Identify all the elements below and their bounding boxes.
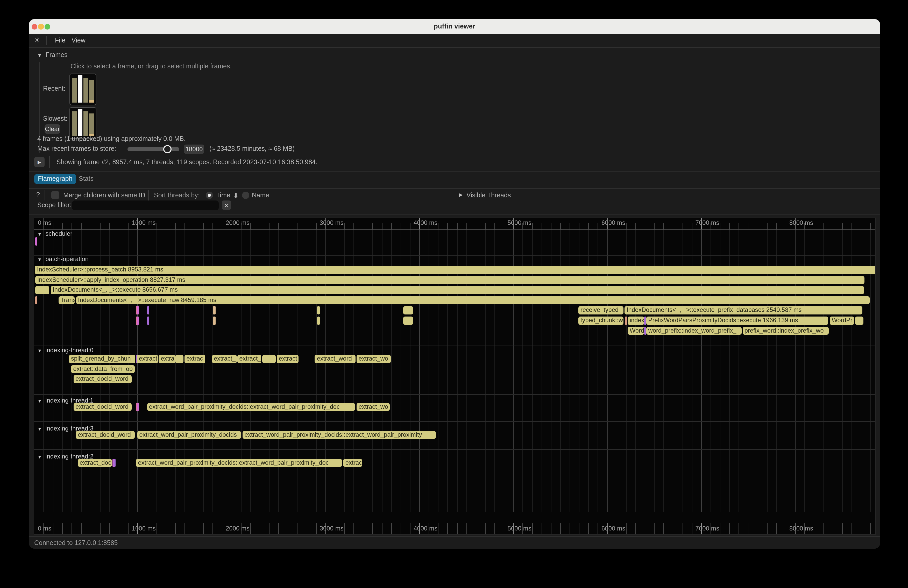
max-frames-value[interactable]: 18000 (184, 145, 204, 154)
flame-scope-bar[interactable]: extract (277, 355, 299, 363)
grid-tick (81, 523, 82, 535)
frame-bar-selected[interactable] (78, 109, 82, 136)
flame-scope-bar[interactable] (137, 316, 139, 325)
sort-time-label[interactable]: Time (216, 192, 230, 199)
sort-time-radio[interactable] (206, 191, 213, 199)
theme-icon[interactable]: ☀ (34, 34, 40, 47)
time-tick-label: 8000 ms (789, 525, 813, 532)
flame-scope-bar[interactable]: extract_word_pair_proximity_docids::extr… (147, 403, 355, 411)
flame-scope-bar[interactable] (317, 316, 320, 325)
flame-scope-bar[interactable]: extract_wo (357, 355, 391, 363)
flame-scope-bar[interactable]: split_grenad_by_chun (69, 355, 135, 363)
frame-bar-selected[interactable] (78, 75, 82, 103)
merge-checkbox[interactable] (51, 191, 59, 199)
flame-scope-bar[interactable]: extract::data_from_ob (71, 365, 135, 373)
play-button[interactable]: ▶ (34, 157, 45, 167)
flame-scope-bar[interactable] (114, 459, 116, 467)
flame-scope-bar[interactable]: extra (159, 355, 175, 363)
sort-name-radio[interactable] (242, 191, 249, 199)
menu-file[interactable]: File (55, 34, 65, 47)
flame-scope-bar[interactable] (35, 286, 49, 294)
flame-scope-bar[interactable]: extrac (184, 355, 205, 363)
slowest-frames-thumbnail[interactable] (69, 107, 97, 139)
flame-scope-bar[interactable]: IndexDocuments<_, _>::execute 8656.677 m… (50, 286, 864, 294)
frame-bar[interactable] (84, 78, 88, 103)
tab-flamegraph[interactable]: Flamegraph (34, 174, 76, 184)
flame-scope-bar[interactable]: Word (628, 327, 644, 335)
flame-scope-bar[interactable]: PrefixWordPairsProximityDocids::execute … (646, 316, 828, 325)
frame-bar[interactable] (89, 114, 94, 136)
flame-scope-bar[interactable]: IndexScheduler>::apply_index_operation 8… (35, 276, 865, 284)
flame-scope-bar[interactable] (262, 355, 275, 363)
max-frames-slider-knob[interactable] (163, 145, 172, 153)
flame-scope-bar[interactable]: extract (137, 355, 158, 363)
scope-filter-clear-button[interactable]: x (222, 201, 231, 210)
grid-tick (203, 223, 204, 229)
flame-scope-bar[interactable]: extract_docid_word (73, 403, 132, 411)
flame-scope-bar[interactable]: extract_word_pair_proximity_docids::extr… (243, 431, 436, 439)
flame-scope-bar[interactable] (175, 355, 184, 363)
frame-bar[interactable] (84, 111, 88, 136)
grid-tick (532, 523, 533, 535)
flame-scope-bar[interactable]: IndexScheduler>::process_batch 8953.821 … (35, 266, 876, 274)
tab-stats[interactable]: Stats (75, 174, 97, 184)
flame-scope-bar[interactable] (403, 307, 413, 315)
flame-scope-bar[interactable] (403, 316, 413, 325)
flame-scope-bar[interactable] (137, 403, 139, 411)
sort-direction-icon[interactable]: ⬇ (233, 192, 239, 199)
recent-frames-thumbnail[interactable] (69, 74, 97, 105)
flame-scope-bar[interactable] (35, 296, 37, 304)
flame-scope-bar[interactable] (625, 316, 627, 325)
flame-scope-bar[interactable]: receive_typed_ (578, 307, 623, 315)
flame-scope-bar[interactable]: extract_word (315, 355, 356, 363)
flame-scope-bar[interactable]: WordPr (830, 316, 854, 325)
frame-bar[interactable] (89, 80, 94, 103)
flame-scope-bar[interactable]: word_prefix::index_word_prefix_ (646, 327, 741, 335)
flame-scope-bar[interactable] (855, 316, 863, 325)
frame-bar[interactable] (72, 78, 77, 103)
flame-scope-bar[interactable]: extract_docid_word (76, 431, 135, 439)
flame-scope-bar[interactable]: Trans (58, 296, 75, 304)
flame-scope-bar[interactable] (137, 307, 139, 315)
grid-tick (748, 523, 749, 535)
flame-scope-bar[interactable] (644, 316, 646, 325)
flame-scope-bar[interactable] (147, 307, 150, 315)
grid-tick (344, 223, 345, 229)
flame-scope-bar[interactable]: index (628, 316, 644, 325)
merge-checkbox-label[interactable]: Merge children with same ID (63, 192, 145, 199)
sort-name-label[interactable]: Name (252, 192, 269, 199)
scope-filter-input[interactable] (72, 201, 219, 210)
thread-header[interactable]: ▼ indexing-thread:0 (37, 347, 93, 354)
visible-threads-header[interactable]: Visible Threads (467, 192, 511, 199)
visible-threads-collapse-icon[interactable]: ▶ (459, 192, 463, 198)
help-button[interactable]: ? (36, 191, 40, 198)
flame-scope-bar[interactable]: IndexDocuments<_, _>::execute_raw 8459.1… (76, 296, 869, 304)
flame-scope-bar[interactable]: prefix_word::index_prefix_wo (742, 327, 829, 335)
flame-scope-bar[interactable] (644, 327, 646, 335)
title-bar[interactable]: puffin viewer (29, 19, 880, 34)
flame-scope-bar[interactable]: typed_chunk::w (578, 316, 623, 325)
flame-scope-bar[interactable]: extract_ (237, 355, 261, 363)
flame-scope-bar[interactable]: extract_word_pair_proximity_docids (137, 431, 241, 439)
flame-scope-bar[interactable]: extract_ (212, 355, 237, 363)
flame-scope-bar[interactable] (213, 316, 216, 325)
frames-section-header[interactable]: ▼ Frames (37, 51, 68, 59)
flame-scope-bar[interactable] (35, 237, 37, 245)
thread-header[interactable]: ▼ batch-operation (37, 256, 89, 263)
flame-scope-bar[interactable]: IndexDocuments<_, _>::execute_prefix_dat… (625, 307, 862, 315)
flame-scope-bar[interactable] (147, 316, 150, 325)
thread-header[interactable]: ▼ scheduler (37, 231, 72, 237)
flame-scope-bar[interactable] (213, 307, 216, 315)
flame-scope-bar[interactable]: extract_docid_word (73, 375, 132, 383)
clear-button[interactable]: Clear (45, 124, 60, 134)
max-frames-slider[interactable] (127, 147, 179, 151)
flame-scope-bar[interactable]: extrac (343, 459, 362, 467)
flame-scope-bar[interactable]: extract_doc (77, 459, 112, 467)
frame-bar[interactable] (72, 111, 77, 136)
menu-view[interactable]: View (71, 34, 85, 47)
flamegraph-canvas[interactable]: 0 ms0 ms1000 ms1000 ms2000 ms2000 ms3000… (34, 218, 876, 535)
flame-scope-bar[interactable] (317, 307, 320, 315)
flame-scope-bar[interactable]: extract_word_pair_proximity_docids::extr… (136, 459, 342, 467)
grid-tick (842, 223, 842, 229)
flame-scope-bar[interactable]: extract_wo (357, 403, 390, 411)
